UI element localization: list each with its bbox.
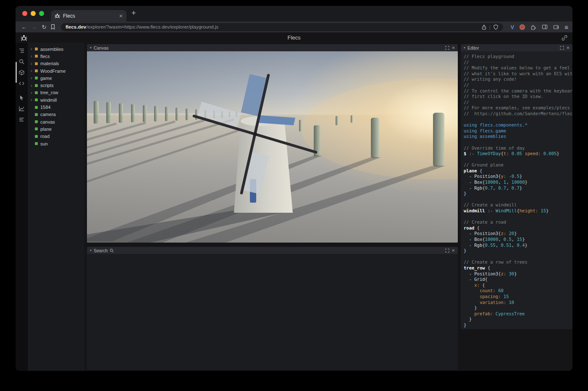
editor-panel: ▾ Editor × // Flecs playground//// Modif…	[461, 44, 572, 329]
entity-square-icon	[35, 98, 38, 101]
menu-icon[interactable]: ≡	[564, 24, 568, 30]
share-link-icon[interactable]	[562, 35, 567, 41]
zoom-button[interactable]	[39, 11, 44, 16]
extensions-puzzle-icon[interactable]	[530, 24, 536, 30]
minimize-button[interactable]	[31, 11, 36, 16]
tree-item-label: plane	[40, 127, 52, 132]
new-tab-button[interactable]: +	[131, 9, 136, 18]
code-line: plane {	[464, 168, 572, 174]
tree-item-WoodFrame[interactable]: ›WoodFrame	[28, 67, 84, 74]
canvas-3d-view[interactable]	[87, 51, 458, 243]
expand-arrow-icon[interactable]: ›	[31, 98, 35, 102]
entity-square-icon	[35, 106, 38, 109]
code-line: }	[464, 191, 572, 197]
stats-icon[interactable]	[18, 116, 25, 123]
code-line: // Create a road	[464, 219, 572, 225]
tree-item-plane[interactable]: plane	[28, 125, 84, 132]
expand-arrow-icon[interactable]: ›	[31, 83, 35, 88]
code-line: // Create a windmill	[464, 202, 572, 208]
address-bar[interactable]: flecs.dev/explorer/?wasm=https://www.fle…	[61, 23, 503, 31]
code-line: - Position3{y: -0.5}	[464, 174, 572, 180]
code-line: - Rgb{0.7, 0.7, 0.7}	[464, 185, 572, 191]
search-icon[interactable]	[18, 58, 25, 65]
collapse-arrow-icon[interactable]: ▾	[90, 46, 92, 50]
search-results-area[interactable]	[87, 254, 458, 370]
code-line: }	[464, 322, 572, 328]
expand-arrow-icon[interactable]: ›	[31, 76, 35, 80]
inspector-icon[interactable]	[18, 94, 25, 101]
tree-item-camera[interactable]: camera	[28, 111, 84, 118]
center-column: ▾ Canvas ×	[87, 44, 458, 370]
bookmark-icon[interactable]	[50, 24, 56, 30]
tree-item-label: WoodFrame	[40, 69, 66, 74]
tree-item-1584[interactable]: 1584	[28, 103, 84, 111]
close-button[interactable]	[22, 11, 27, 16]
entity-square-icon	[35, 142, 38, 145]
wallet-icon[interactable]	[553, 24, 559, 30]
expand-arrow-icon[interactable]: ›	[31, 47, 35, 51]
reload-button[interactable]: ↻	[40, 24, 48, 30]
entity-tree-icon[interactable]	[18, 47, 25, 54]
canvas-fullscreen-icon[interactable]	[445, 46, 449, 50]
code-line: using flecs.components.*	[464, 122, 572, 128]
tree-item-assemblies[interactable]: ›assemblies	[28, 45, 84, 53]
sidebar-toggle-icon[interactable]	[542, 24, 548, 30]
shield-icon[interactable]	[493, 24, 499, 30]
tab-strip: Flecs × +	[16, 6, 572, 21]
tree-item-sun[interactable]: sun	[28, 140, 84, 147]
canvas-close-icon[interactable]: ×	[452, 45, 455, 50]
desktop-background: Flecs × + ← → ↻ flecs.dev/explorer/?wasm…	[0, 0, 588, 391]
profile-avatar[interactable]	[520, 24, 525, 30]
code-line: }	[464, 305, 572, 311]
editor-close-icon[interactable]: ×	[566, 45, 570, 50]
tab-close-icon[interactable]: ×	[119, 13, 123, 19]
code-line: - Box{10000, 1, 10000}	[464, 180, 572, 185]
tree-item-scripts[interactable]: ›scripts	[28, 82, 84, 89]
chart-icon[interactable]	[18, 105, 25, 112]
search-close-icon[interactable]: ×	[452, 248, 455, 253]
brave-rewards-icon[interactable]: V	[511, 24, 514, 30]
cube-icon[interactable]	[18, 69, 25, 76]
rail-selection-indicator	[16, 62, 17, 83]
page-header: Flecs	[16, 32, 572, 43]
code-line: // Create a row of trees	[464, 259, 572, 265]
expand-arrow-icon[interactable]: ›	[31, 61, 35, 66]
tree-item-tree_row[interactable]: ›tree_row	[28, 89, 84, 96]
browser-tab[interactable]: Flecs ×	[51, 10, 126, 21]
search-fullscreen-icon[interactable]	[445, 248, 449, 253]
code-line: spacing: 15	[464, 294, 572, 300]
collapse-arrow-icon[interactable]: ▾	[464, 46, 465, 50]
editor-fullscreen-icon[interactable]	[560, 46, 564, 50]
tree-item-canvas[interactable]: canvas	[28, 118, 84, 125]
tree-item-label: assemblies	[40, 47, 63, 52]
editor-column: ▾ Editor × // Flecs playground//// Modif…	[461, 44, 572, 371]
tree-item-materials[interactable]: ›materials	[28, 60, 84, 67]
entity-square-icon	[35, 84, 38, 87]
forward-button[interactable]: →	[30, 24, 38, 30]
code-line: //	[464, 82, 572, 88]
sidebar-rail	[16, 43, 28, 371]
tree-item-flecs[interactable]: ›flecs	[28, 53, 84, 60]
code-line: $ :- TimeOfDay{t: 0.05 speed: 0.005}	[464, 151, 572, 157]
expand-arrow-icon[interactable]: ›	[31, 69, 35, 73]
tree-item-road[interactable]: road	[28, 133, 84, 140]
editor-code[interactable]: // Flecs playground//// Modify the value…	[461, 51, 572, 329]
expand-arrow-icon[interactable]: ›	[31, 90, 35, 95]
code-line: //	[464, 100, 572, 106]
tree-item-windmill[interactable]: ›windmill	[28, 96, 84, 103]
search-panel-title: Search	[94, 248, 108, 253]
code-line: prefab: CypressTree	[464, 311, 572, 317]
code-line: // To control the camera with the keyboa…	[464, 88, 572, 94]
code-line: }	[464, 248, 572, 254]
code-line: // Flecs playground	[464, 54, 572, 60]
expand-arrow-icon[interactable]: ›	[31, 54, 35, 58]
tree-item-label: windmill	[40, 98, 57, 103]
entity-square-icon	[35, 113, 38, 116]
tab-favicon	[55, 13, 60, 18]
back-button[interactable]: ←	[20, 24, 28, 30]
tree-item-game[interactable]: ›game	[28, 74, 84, 82]
flecs-explorer-page: Flecs	[16, 32, 572, 371]
share-icon[interactable]	[481, 24, 487, 30]
code-icon[interactable]	[18, 80, 25, 87]
collapse-arrow-icon[interactable]: ▾	[90, 249, 92, 252]
